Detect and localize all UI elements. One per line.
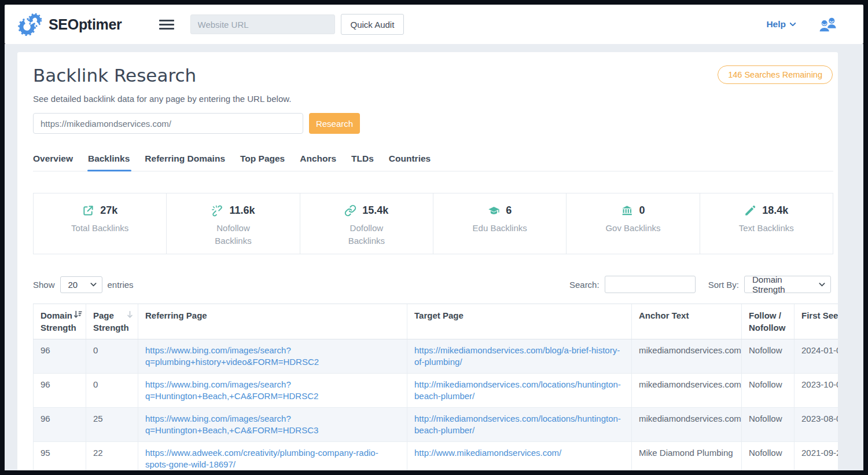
searches-remaining-badge: 146 Searches Remaining xyxy=(718,65,833,84)
target-page-link[interactable]: http://mikediamondservices.com/locations… xyxy=(414,413,624,436)
referring-page-link[interactable]: https://www.bing.com/images/search?​q=pl… xyxy=(145,345,400,368)
stat-gov-backlinks: 0 Gov Backlinks xyxy=(567,193,700,254)
cell-first-seen: 2023-08-09 xyxy=(795,408,838,442)
entries-label: entries xyxy=(108,280,134,290)
help-label: Help xyxy=(766,19,786,30)
stat-label: Gov Backlinks xyxy=(601,222,665,235)
account-users-icon[interactable] xyxy=(818,16,838,33)
bank-icon xyxy=(621,204,633,217)
page-subtitle: See detailed backlink data for any page … xyxy=(33,94,838,104)
search-label: Search: xyxy=(569,280,599,290)
sort-arrow-down-icon xyxy=(126,310,134,319)
referring-page-link[interactable]: https://www.bing.com/images/search?​q=Hu… xyxy=(145,379,400,402)
app-window: SEOptimer Quick Audit Help xyxy=(0,0,868,475)
target-page-link[interactable]: https://mikediamondservices.com/blog/a-b… xyxy=(414,345,624,368)
table-row: 96 0 https://www.bing.com/images/search?… xyxy=(34,339,838,374)
page-size-value: 20 xyxy=(68,280,78,290)
navbar-right: Help xyxy=(766,16,838,33)
stat-label: Total Backlinks xyxy=(68,222,132,235)
target-page-link[interactable]: http://www.mikediamondservices.com/ xyxy=(414,447,624,459)
external-link-icon xyxy=(82,204,94,217)
broken-link-icon xyxy=(211,204,223,217)
cell-domain-strength: 96 xyxy=(34,339,86,374)
cell-anchor-text: mikediamondservices.com xyxy=(632,339,742,374)
sort-by-value: Domain Strength xyxy=(752,275,814,294)
stat-value: 15.4k xyxy=(362,204,388,217)
referring-page-link[interactable]: https://www.bing.com/images/search?​q=Hu… xyxy=(145,413,400,436)
tab-backlinks[interactable]: Backlinks xyxy=(88,154,130,171)
nav-website-url-input[interactable] xyxy=(190,14,335,34)
page-background: Backlink Research 146 Searches Remaining… xyxy=(5,44,863,470)
tab-anchors[interactable]: Anchors xyxy=(300,154,336,171)
stat-value: 0 xyxy=(639,204,645,217)
cell-page-strength: 25 xyxy=(86,408,138,442)
stat-dofollow-backlinks: 15.4k Dofollow Backlinks xyxy=(300,193,433,254)
table-search-input[interactable] xyxy=(605,276,696,293)
cell-follow: Nofollow xyxy=(742,408,795,442)
pencil-icon xyxy=(744,204,756,217)
quick-audit-button[interactable]: Quick Audit xyxy=(341,14,404,35)
stat-total-backlinks: 27k Total Backlinks xyxy=(34,193,167,254)
cell-page-strength: 0 xyxy=(86,339,138,374)
cell-follow: Nofollow xyxy=(742,442,795,471)
chevron-down-icon xyxy=(819,283,825,287)
cell-anchor-text: Mike Diamond Plumbing xyxy=(632,442,742,471)
page-size-select[interactable]: 20 xyxy=(60,276,102,293)
target-page-link[interactable]: http://mikediamondservices.com/locations… xyxy=(414,379,624,402)
cell-anchor-text: mikediamondservices.com xyxy=(632,374,742,408)
tab-tlds[interactable]: TLDs xyxy=(351,154,374,171)
stat-value: 6 xyxy=(506,204,512,217)
tab-countries[interactable]: Countries xyxy=(389,154,431,171)
chevron-down-icon xyxy=(90,283,97,287)
research-url-input[interactable] xyxy=(33,113,303,134)
research-button[interactable]: Research xyxy=(309,113,360,134)
brand-name: SEOptimer xyxy=(49,16,122,33)
stat-label: Text Backlinks xyxy=(734,222,798,235)
cell-page-strength: 0 xyxy=(86,374,138,408)
table-header-row: Domain Strength Page Strength Referring … xyxy=(34,304,838,339)
brand-logo[interactable]: SEOptimer xyxy=(17,11,122,38)
table-row: 96 0 https://www.bing.com/images/search?… xyxy=(34,374,838,408)
show-label: Show xyxy=(33,280,55,290)
column-header-anchor-text[interactable]: Anchor Text xyxy=(632,304,742,339)
column-header-follow-nofollow[interactable]: Follow / Nofollow xyxy=(742,304,795,339)
cell-anchor-text: mikediamondservices.com xyxy=(632,408,742,442)
sort-descending-icon xyxy=(73,310,82,319)
referring-page-link[interactable]: https://www.adweek.com/creativity/plumbi… xyxy=(145,447,400,470)
help-menu[interactable]: Help xyxy=(766,19,796,30)
tab-referring-domains[interactable]: Referring Domains xyxy=(145,154,225,171)
cell-follow: Nofollow xyxy=(742,339,795,374)
tab-overview[interactable]: Overview xyxy=(33,154,73,171)
table-controls: Show 20 entries Search: Sort By: Domain … xyxy=(33,276,831,293)
users-icon xyxy=(818,16,838,33)
top-navbar: SEOptimer Quick Audit Help xyxy=(5,5,863,44)
table-row: 96 25 https://www.bing.com/images/search… xyxy=(34,408,838,442)
stat-nofollow-backlinks: 11.6k Nofollow Backlinks xyxy=(167,193,300,254)
stat-label: Nofollow Backlinks xyxy=(201,222,265,247)
seoptimer-gears-icon xyxy=(17,11,44,38)
tab-top-pages[interactable]: Top Pages xyxy=(240,154,285,171)
sort-by-label: Sort By: xyxy=(708,280,739,290)
cell-follow: Nofollow xyxy=(742,374,795,408)
cell-domain-strength: 96 xyxy=(34,408,86,442)
stat-value: 11.6k xyxy=(229,204,255,217)
stat-edu-backlinks: 6 Edu Backlinks xyxy=(433,193,567,254)
cell-domain-strength: 96 xyxy=(34,374,86,408)
cell-first-seen: 2021-09-26 xyxy=(795,442,838,471)
column-header-page-strength[interactable]: Page Strength xyxy=(86,304,138,339)
hamburger-menu-icon[interactable] xyxy=(157,17,176,32)
graduation-cap-icon xyxy=(488,204,500,217)
column-header-first-seen[interactable]: First Seen xyxy=(795,304,838,339)
stat-value: 27k xyxy=(100,204,117,217)
column-header-referring-page[interactable]: Referring Page xyxy=(138,304,407,339)
stat-label: Dofollow Backlinks xyxy=(334,222,398,247)
column-header-domain-strength[interactable]: Domain Strength xyxy=(34,304,86,339)
sort-by-select[interactable]: Domain Strength xyxy=(744,276,831,293)
report-tabs: Overview Backlinks Referring Domains Top… xyxy=(33,154,833,171)
link-icon xyxy=(344,204,356,217)
backlinks-table: Domain Strength Page Strength Referring … xyxy=(33,304,838,470)
cell-page-strength: 22 xyxy=(86,442,138,471)
column-header-target-page[interactable]: Target Page xyxy=(407,304,632,339)
cell-domain-strength: 95 xyxy=(34,442,86,471)
cell-first-seen: 2024-01-09 xyxy=(795,339,838,374)
